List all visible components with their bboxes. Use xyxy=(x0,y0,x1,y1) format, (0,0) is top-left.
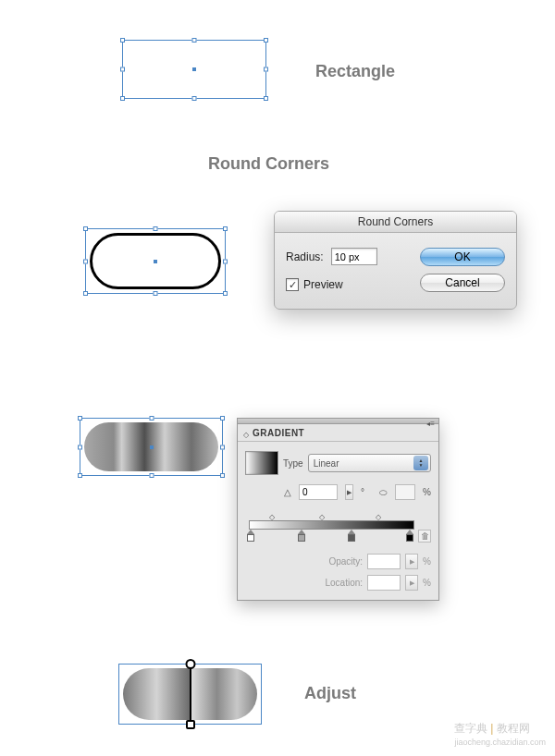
radius-label: Radius: xyxy=(286,250,324,263)
gradient-annotator-line[interactable] xyxy=(190,666,191,722)
opacity-percent: % xyxy=(423,556,431,567)
round-corners-dialog: Round Corners Radius: ✓ Preview OK Cance… xyxy=(274,211,517,310)
gradient-annotator-handle-top[interactable] xyxy=(185,659,195,669)
midpoint-diamond-icon[interactable]: ◇ xyxy=(376,513,382,519)
resize-handle-n[interactable] xyxy=(154,226,158,231)
center-anchor xyxy=(192,67,196,71)
resize-handle-s[interactable] xyxy=(149,473,154,478)
resize-handle-e[interactable] xyxy=(223,259,228,263)
panel-drag-bar[interactable]: ◂≡ xyxy=(238,419,438,424)
expand-icon[interactable]: ◇ xyxy=(243,431,249,439)
color-stop[interactable] xyxy=(348,530,356,542)
radius-input[interactable] xyxy=(331,248,377,265)
resize-handle-w[interactable] xyxy=(78,445,82,449)
opacity-label: Opacity: xyxy=(328,556,363,567)
resize-handle-e[interactable] xyxy=(220,445,225,449)
color-stop[interactable] xyxy=(297,530,305,542)
resize-handle-ne[interactable] xyxy=(220,416,225,421)
dialog-title: Round Corners xyxy=(275,212,516,233)
angle-input[interactable] xyxy=(299,484,338,500)
resize-handle-w[interactable] xyxy=(120,67,125,72)
preview-checkbox[interactable]: ✓ xyxy=(286,278,299,291)
midpoint-diamond-icon[interactable]: ◇ xyxy=(319,513,326,519)
rectangle-shape[interactable] xyxy=(122,40,266,99)
preview-label: Preview xyxy=(303,278,343,291)
gradient-panel: ◂≡ ◇ GRADIENT Type Linear ▲▼ △ ▶ ° ⬭ % ◇… xyxy=(237,418,439,601)
watermark: 查字典 | 教程网 jiaocheng.chazidian.com xyxy=(454,721,546,747)
resize-handle-w[interactable] xyxy=(83,259,88,263)
resize-handle-se[interactable] xyxy=(223,291,228,296)
resize-handle-nw[interactable] xyxy=(83,226,88,231)
angle-icon: △ xyxy=(284,487,291,497)
gradient-swatch[interactable] xyxy=(245,451,278,475)
rounded-rectangle-shape[interactable] xyxy=(85,228,226,294)
ratio-percent: % xyxy=(423,487,431,497)
cancel-button[interactable]: Cancel xyxy=(420,274,505,292)
resize-handle-se[interactable] xyxy=(264,96,268,101)
resize-handle-nw[interactable] xyxy=(78,416,82,421)
center-anchor xyxy=(154,260,157,263)
location-input[interactable] xyxy=(367,575,401,591)
label-round-corners: Round Corners xyxy=(208,154,329,174)
aspect-ratio-input[interactable] xyxy=(395,484,415,500)
panel-menu-icon[interactable]: ◂≡ xyxy=(426,420,435,428)
degree-symbol: ° xyxy=(361,487,364,497)
resize-handle-ne[interactable] xyxy=(223,226,228,231)
adjust-shape[interactable] xyxy=(118,664,262,725)
resize-handle-s[interactable] xyxy=(192,96,197,101)
resize-handle-e[interactable] xyxy=(264,67,268,72)
select-arrows-icon: ▲▼ xyxy=(413,456,428,470)
angle-stepper[interactable]: ▶ xyxy=(345,484,353,500)
gradient-annotator-handle-bottom[interactable] xyxy=(186,720,195,729)
trash-icon[interactable]: 🗑 xyxy=(418,530,431,543)
resize-handle-se[interactable] xyxy=(220,473,225,478)
color-stop[interactable] xyxy=(405,530,413,542)
label-adjust: Adjust xyxy=(304,684,356,703)
resize-handle-n[interactable] xyxy=(149,416,154,421)
gradient-ramp[interactable]: ◇ ◇ ◇ 🗑 xyxy=(245,511,431,546)
location-stepper[interactable]: ▶ xyxy=(405,575,418,591)
resize-handle-s[interactable] xyxy=(154,291,158,296)
resize-handle-sw[interactable] xyxy=(83,291,88,296)
type-select[interactable]: Linear ▲▼ xyxy=(308,454,431,472)
ratio-icon: ⬭ xyxy=(379,487,388,498)
tab-gradient[interactable]: GRADIENT xyxy=(253,428,304,441)
gradient-rail[interactable] xyxy=(249,520,414,530)
resize-handle-ne[interactable] xyxy=(264,38,268,43)
gradient-shape[interactable] xyxy=(80,418,223,476)
resize-handle-sw[interactable] xyxy=(78,473,82,478)
label-rectangle: Rectangle xyxy=(315,62,395,81)
center-anchor xyxy=(150,445,154,449)
location-percent: % xyxy=(423,578,431,588)
type-value: Linear xyxy=(314,458,339,469)
opacity-stepper[interactable]: ▶ xyxy=(405,554,418,569)
type-label: Type xyxy=(283,458,303,469)
opacity-input[interactable] xyxy=(367,554,401,569)
color-stop[interactable] xyxy=(246,530,254,542)
location-label: Location: xyxy=(326,578,364,588)
resize-handle-sw[interactable] xyxy=(120,96,125,101)
resize-handle-n[interactable] xyxy=(192,38,197,43)
ok-button[interactable]: OK xyxy=(420,248,505,266)
midpoint-diamond-icon[interactable]: ◇ xyxy=(269,513,276,519)
resize-handle-nw[interactable] xyxy=(120,38,125,43)
